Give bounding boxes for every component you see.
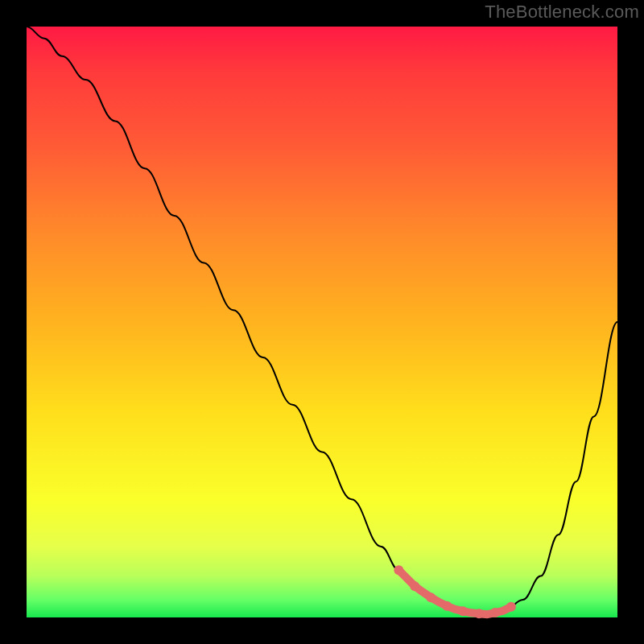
watermark-text: TheBottleneck.com [485,2,639,23]
optimal-range-dot [410,581,419,591]
optimal-range-dot [458,606,468,616]
optimal-range-marker [394,565,516,618]
bottleneck-curve [27,27,617,614]
optimal-range-dot [442,601,452,611]
optimal-range-dot [474,609,484,618]
optimal-range-line [398,570,511,614]
optimal-range-dot [506,602,516,612]
optimal-range-dot [394,565,403,575]
optimal-range-dot [490,608,500,617]
chart-svg [27,27,617,617]
optimal-range-dot [426,592,436,602]
plot-area [27,27,617,617]
chart-frame: TheBottleneck.com [0,0,644,644]
